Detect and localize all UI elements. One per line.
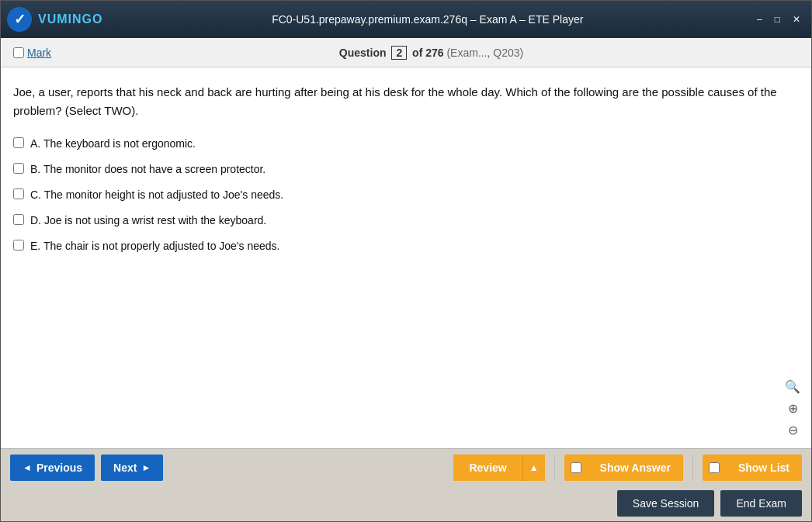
option-a-text: The keyboard is not ergonomic. <box>43 137 196 150</box>
minimize-button[interactable]: – <box>752 12 767 26</box>
question-label: Question <box>339 47 387 59</box>
separator-1 <box>554 455 555 481</box>
option-b-label[interactable]: B. The monitor does not have a screen pr… <box>30 161 265 178</box>
option-b-text: The monitor does not have a screen prote… <box>43 163 265 175</box>
logo-area: ✓ VUMINGO <box>7 7 102 32</box>
bottom-bar: ◄ Previous Next ► Review ▲ <box>1 448 811 521</box>
show-answer-checkbox[interactable] <box>571 462 581 473</box>
show-list-button[interactable]: Show List <box>726 455 802 481</box>
option-d-checkbox[interactable] <box>13 214 24 225</box>
zoom-out-icon: ⊖ <box>788 423 798 437</box>
main-content: Joe, a user, reports that his neck and b… <box>1 67 811 448</box>
option-e-text: The chair is not properly adjusted to Jo… <box>43 240 280 252</box>
save-session-button[interactable]: Save Session <box>617 490 715 517</box>
search-button[interactable]: 🔍 <box>783 377 802 396</box>
review-button-group: Review ▲ <box>453 455 544 481</box>
list-item: C. The monitor height is not adjusted to… <box>13 187 796 203</box>
show-answer-checkbox-wrap[interactable] <box>564 462 588 473</box>
show-list-checkbox[interactable] <box>709 462 720 473</box>
logo-check-icon: ✓ <box>14 11 26 28</box>
option-a-label[interactable]: A. The keyboard is not ergonomic. <box>30 136 196 152</box>
question-header: Mark Question 2 of 276 (Exam..., Q203) <box>1 38 811 67</box>
option-b-checkbox[interactable] <box>13 163 24 174</box>
show-answer-button-group: Show Answer <box>564 455 683 481</box>
dropdown-arrow-icon: ▲ <box>529 462 539 473</box>
restore-button[interactable]: □ <box>770 12 785 26</box>
logo-text: VUMINGO <box>38 12 102 26</box>
list-item: A. The keyboard is not ergonomic. <box>13 136 796 152</box>
previous-button[interactable]: ◄ Previous <box>10 455 95 481</box>
prev-arrow-icon: ◄ <box>23 462 32 473</box>
question-navigation: Question 2 of 276 (Exam..., Q203) <box>64 46 799 60</box>
logo-icon: ✓ <box>7 7 32 32</box>
list-item: E. The chair is not properly adjusted to… <box>13 238 796 254</box>
logo-brand-prefix: V <box>38 12 47 26</box>
question-text: Joe, a user, reports that his neck and b… <box>13 83 796 120</box>
option-e-label[interactable]: E. The chair is not properly adjusted to… <box>30 238 280 254</box>
window-title: FC0-U51.prepaway.premium.exam.276q – Exa… <box>102 13 752 26</box>
show-list-button-group: Show List <box>703 455 802 481</box>
close-button[interactable]: ✕ <box>788 12 805 26</box>
of-label: of 276 <box>412 47 443 59</box>
review-button[interactable]: Review <box>453 455 522 481</box>
option-a-checkbox[interactable] <box>13 137 24 148</box>
option-d-label[interactable]: D. Joe is not using a wrist rest with th… <box>30 213 266 229</box>
mark-checkbox[interactable] <box>13 47 24 58</box>
review-dropdown-button[interactable]: ▲ <box>522 455 545 481</box>
zoom-out-button[interactable]: ⊖ <box>783 420 802 439</box>
mark-area[interactable]: Mark <box>13 47 51 59</box>
option-c-checkbox[interactable] <box>13 188 24 199</box>
mark-label[interactable]: Mark <box>27 47 51 59</box>
logo-brand-name: UMINGO <box>47 12 103 26</box>
end-exam-button[interactable]: End Exam <box>720 490 802 517</box>
option-c-text: The monitor height is not adjusted to Jo… <box>44 188 284 201</box>
bottom-row-1: ◄ Previous Next ► Review ▲ <box>1 449 811 486</box>
next-arrow-icon: ► <box>141 462 151 473</box>
list-item: B. The monitor does not have a screen pr… <box>13 161 796 178</box>
question-number-box: 2 <box>391 46 407 60</box>
window-controls: – □ ✕ <box>752 12 805 26</box>
next-label: Next <box>113 462 137 474</box>
zoom-tools: 🔍 ⊕ ⊖ <box>783 377 802 439</box>
next-button[interactable]: Next ► <box>101 455 163 481</box>
zoom-in-button[interactable]: ⊕ <box>783 399 802 417</box>
answer-options-list: A. The keyboard is not ergonomic. B. The… <box>13 136 796 254</box>
bottom-row-2: Save Session End Exam <box>1 486 811 521</box>
option-d-text: Joe is not using a wrist rest with the k… <box>44 214 266 226</box>
title-bar: ✓ VUMINGO FC0-U51.prepaway.premium.exam.… <box>1 1 811 38</box>
main-window: ✓ VUMINGO FC0-U51.prepaway.premium.exam.… <box>0 0 812 522</box>
option-e-checkbox[interactable] <box>13 240 24 251</box>
zoom-in-icon: ⊕ <box>788 401 798 416</box>
show-list-checkbox-wrap[interactable] <box>703 462 726 473</box>
search-icon: 🔍 <box>785 379 800 394</box>
show-answer-button[interactable]: Show Answer <box>588 455 683 481</box>
previous-label: Previous <box>36 462 82 474</box>
separator-2 <box>692 455 693 481</box>
list-item: D. Joe is not using a wrist rest with th… <box>13 213 796 229</box>
option-c-label[interactable]: C. The monitor height is not adjusted to… <box>30 187 283 203</box>
exam-info: (Exam..., Q203) <box>446 47 523 59</box>
